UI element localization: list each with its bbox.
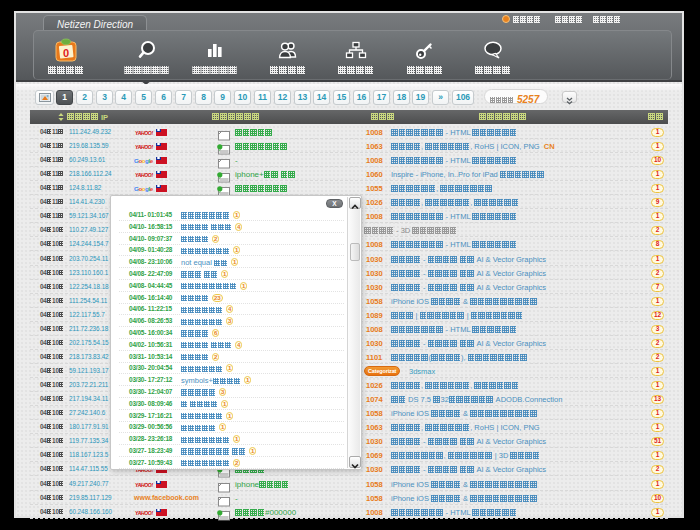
svg-text:0: 0 [63,47,69,59]
